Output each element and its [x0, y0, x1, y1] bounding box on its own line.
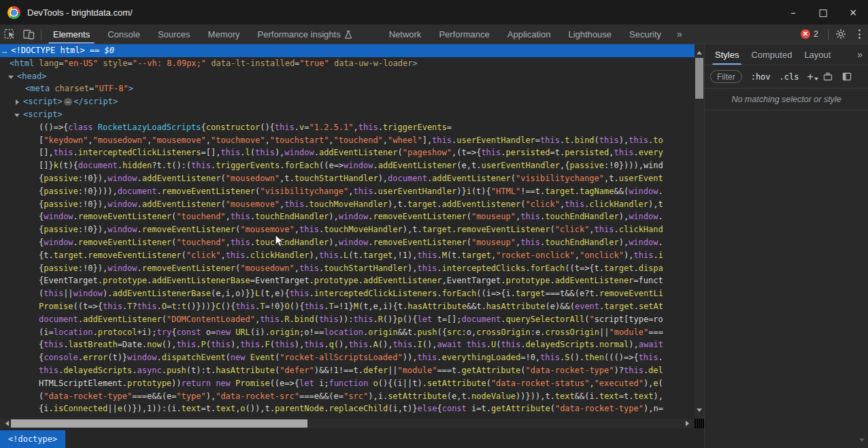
error-count: 2 — [814, 29, 818, 39]
dom-tree-row[interactable]: <script> — [0, 108, 695, 121]
script-code-line[interactable]: {passive:!0}))),document.removeEventList… — [0, 185, 695, 198]
tab-console[interactable]: Console — [99, 25, 149, 44]
tab-label: Sources — [158, 29, 190, 39]
sidebar-overflow-icon[interactable]: » — [857, 49, 863, 60]
toggle-classes-button[interactable]: .cls — [780, 72, 799, 82]
breadcrumb-doctype[interactable]: <!doctype> — [0, 430, 65, 448]
styles-toolbar: Filter :hov .cls + — [705, 65, 868, 89]
window-title: DevTools - brightdata.com/ — [27, 7, 133, 18]
styles-filter-input[interactable]: Filter — [710, 70, 742, 83]
doctype-row-selected[interactable]: …<!DOCTYPE html> == $0 — [0, 44, 695, 57]
devtools-toolbar: ElementsConsoleSourcesMemoryPerformance … — [0, 25, 868, 44]
script-code-line[interactable]: {this.lastBreath=Date.now(),this.P(this)… — [0, 338, 695, 351]
tab-sources[interactable]: Sources — [149, 25, 199, 44]
dom-tree: …<!DOCTYPE html> == $0<html lang="en-US"… — [0, 44, 695, 419]
tab-application[interactable]: Application — [499, 25, 560, 44]
error-badge[interactable]: ✕ 2 — [801, 29, 818, 39]
sidebar-tab-styles[interactable]: Styles — [709, 44, 745, 65]
script-code-line[interactable]: HTMLScriptElement.prototype))return new … — [0, 377, 695, 390]
mouse-cursor — [275, 234, 284, 247]
dom-tree-row[interactable]: <head> — [0, 70, 695, 83]
horizontal-scroll-thumb[interactable] — [11, 419, 307, 428]
dom-tree-row[interactable]: <meta charset="UTF-8"> — [0, 82, 695, 95]
toggle-element-state-button[interactable]: :hov — [751, 72, 771, 82]
minimize-button[interactable]: – — [778, 0, 808, 25]
dock-sidebar-toggle-icon[interactable] — [842, 72, 852, 81]
script-code-line[interactable]: {window.removeEventListener("touchend",t… — [0, 236, 695, 249]
tab-label: Performance — [439, 29, 489, 39]
close-button[interactable]: × — [838, 0, 868, 25]
script-code-line[interactable]: {EventTarget.prototype.addEventListenerB… — [0, 274, 695, 287]
expand-arrow-icon — [8, 76, 14, 82]
horizontal-scrollbar[interactable] — [0, 419, 695, 428]
sidebar-tab-layout[interactable]: Layout — [798, 44, 837, 65]
tab-label: Elements — [53, 29, 90, 39]
tab-performance[interactable]: Performance — [430, 25, 498, 44]
maximize-button[interactable]: □ — [808, 0, 838, 25]
tab-label: Network — [389, 29, 422, 39]
script-code-line[interactable]: {console.error(t)}window.dispatchEvent(n… — [0, 351, 695, 364]
tab-memory[interactable]: Memory — [199, 25, 249, 44]
script-code-line[interactable]: {t.target.removeEventListener("click",th… — [0, 249, 695, 262]
scroll-left-arrow[interactable] — [3, 421, 9, 426]
sidebar-tab-computed[interactable]: Computed — [745, 44, 798, 65]
settings-gear-icon[interactable] — [831, 25, 850, 44]
dom-tree-row[interactable]: <html lang="en-US" style="--vh: 8.09px;"… — [0, 57, 695, 70]
show-more-icon: … — [2, 46, 7, 55]
script-code-line[interactable]: {passive:!0}),window.removeEventListener… — [0, 262, 695, 275]
tab-lighthouse[interactable]: Lighthouse — [559, 25, 620, 44]
tab-performance-insights[interactable]: Performance insights — [249, 25, 361, 44]
tab-label: Performance insights — [258, 29, 341, 39]
tab-label: » — [677, 29, 682, 39]
scrollbar-corner — [695, 419, 704, 428]
no-styles-message: No matching selector or style — [705, 89, 868, 110]
tab-elements[interactable]: Elements — [44, 25, 99, 44]
tab-label: Memory — [208, 29, 240, 39]
scroll-up-arrow[interactable] — [697, 48, 702, 54]
scroll-right-arrow[interactable] — [686, 421, 692, 426]
sidebar-scroll-down-arrow[interactable] — [859, 438, 865, 445]
expand-arrow-icon — [14, 114, 20, 120]
inline-expand-icon[interactable]: … — [64, 98, 72, 106]
tab-label: Console — [107, 29, 140, 39]
script-code-line[interactable]: [],this.interceptedClickListeners=[],thi… — [0, 146, 695, 159]
tab-label: Lighthouse — [568, 29, 612, 39]
tab-network[interactable]: Network — [380, 25, 431, 44]
toolbar-separator — [828, 29, 829, 40]
error-icon: ✕ — [801, 29, 810, 39]
vertical-scrollbar[interactable] — [695, 44, 704, 419]
script-code-line[interactable]: {window.removeEventListener("touchend",t… — [0, 210, 695, 223]
script-code-line[interactable]: {passive:!0}),window.addEventListener("m… — [0, 172, 695, 185]
window-controls: – □ × — [778, 0, 868, 25]
more-options-icon[interactable] — [850, 29, 868, 39]
script-code-line[interactable]: []}k(t){document.hidden?t.t():(this.trig… — [0, 159, 695, 172]
toolbar-separator — [41, 29, 41, 40]
inspect-element-icon[interactable] — [0, 25, 19, 44]
script-code-line[interactable]: ["keydown","mousedown","mousemove","touc… — [0, 134, 695, 147]
tab-label: Application — [507, 29, 551, 39]
script-code-line[interactable]: {passive:!0}),window.addEventListener("m… — [0, 198, 695, 211]
vertical-scroll-thumb[interactable] — [695, 58, 703, 99]
script-code-line[interactable]: {i.isConnected||e()}),1)):(i.text=t.text… — [0, 402, 695, 415]
expand-arrow-icon — [16, 99, 22, 105]
dom-tree-row[interactable]: <script>…</script> — [0, 95, 695, 108]
styles-sidebar-tabs: StylesComputedLayout » — [705, 44, 868, 65]
panel-tabs: ElementsConsoleSourcesMemoryPerformance … — [44, 25, 689, 44]
script-code-line[interactable]: Promise((t=>{this.T?this.O=t:t()}))}C(){… — [0, 300, 695, 313]
script-code-line[interactable]: ("data-rocket-type"===e&&(e="type"),"dat… — [0, 390, 695, 403]
tab-security[interactable]: Security — [620, 25, 670, 44]
script-code-line[interactable]: (()=>{class RocketLazyLoadScripts{constr… — [0, 121, 695, 134]
breadcrumb-bar: <!doctype> — [0, 428, 704, 448]
device-toolbar-icon[interactable] — [19, 25, 38, 44]
more-tabs-icon[interactable]: » — [670, 25, 689, 44]
script-code-line[interactable]: this.delayedScripts.async.push(t):t.hasA… — [0, 364, 695, 377]
chrome-logo-icon — [7, 6, 20, 19]
new-style-rule-button[interactable]: + — [807, 72, 813, 82]
script-code-line[interactable]: document.addEventListener("DOMContentLoa… — [0, 313, 695, 326]
script-code-line[interactable]: (i=location.protocol+i);try{const o=new … — [0, 326, 695, 339]
script-code-line[interactable]: (this||window).addEventListenerBase(e,i,… — [0, 287, 695, 300]
rendering-emulation-icon[interactable] — [823, 72, 833, 81]
scroll-down-arrow[interactable] — [697, 409, 702, 415]
styles-sidebar: StylesComputedLayout » Filter :hov .cls … — [704, 44, 868, 448]
script-code-line[interactable]: {passive:!0}),window.removeEventListener… — [0, 223, 695, 236]
